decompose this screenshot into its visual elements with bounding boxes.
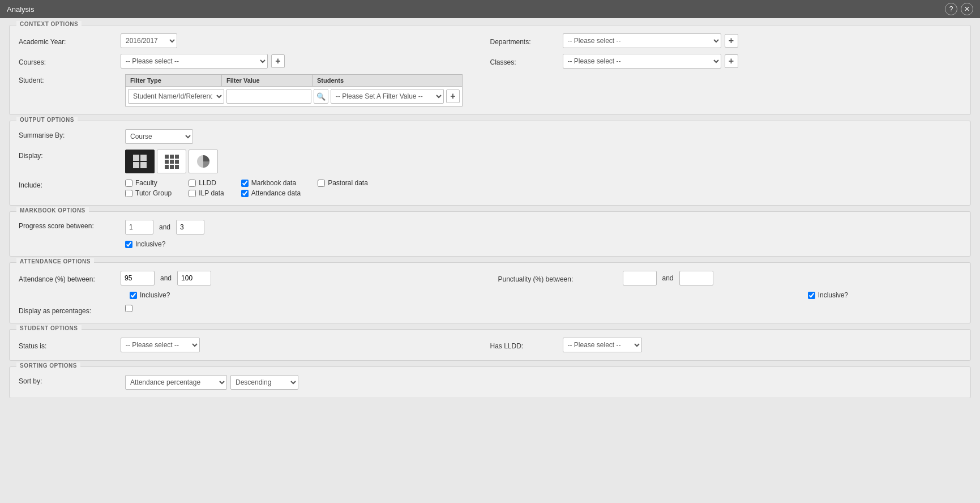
punctuality-from[interactable] [623,271,657,285]
progress-and-label: and [157,223,173,231]
classes-controls: -- Please select -- + [563,54,962,69]
svg-rect-5 [170,155,174,159]
attendance-between-row: Attendance (%) between: and Punctuality … [19,271,961,285]
progress-score-from[interactable] [125,220,153,235]
include-checkboxes: Faculty Tutor Group LLDD [125,179,385,197]
departments-select[interactable]: -- Please select -- [563,33,721,48]
window: Analysis ? ✕ CONTEXT OPTIONS Academic Ye… [0,0,980,503]
status-label: Status is: [19,340,121,350]
sort-order-select[interactable]: Descending Ascending [230,375,298,390]
courses-controls: -- Please select -- + [121,54,490,69]
summarise-by-select[interactable]: Course Class Department [125,129,193,144]
faculty-checkbox[interactable] [125,180,132,187]
table-icon [132,154,148,169]
attendance-data-checkbox-item: Attendance data [241,189,301,197]
attendance-from[interactable] [121,271,155,285]
attendance-controls: and [121,271,482,285]
courses-classes-row: Courses: -- Please select -- + Classes: … [19,54,961,69]
student-table-header: Filter Type Filter Value Students [126,75,462,87]
courses-label: Courses: [19,56,121,66]
student-add-button[interactable]: + [446,89,460,103]
faculty-checkbox-item: Faculty [125,179,172,187]
filter-value-input[interactable] [226,89,311,104]
include-col-1: Faculty Tutor Group [125,179,172,197]
svg-rect-12 [175,165,179,169]
academic-year-departments-row: Academic Year: 2016/2017 2015/2016 2014/… [19,33,961,48]
tutor-group-checkbox[interactable] [125,190,132,197]
filter-type-header: Filter Type [126,75,222,86]
attendance-to[interactable] [177,271,211,285]
grid-display-button[interactable] [157,150,186,173]
departments-add-button[interactable]: + [725,34,738,48]
close-button[interactable]: ✕ [961,3,973,15]
academic-year-select[interactable]: 2016/2017 2015/2016 2014/2015 [121,33,177,48]
svg-rect-4 [165,155,169,159]
svg-rect-1 [140,155,147,161]
output-options-section: OUTPUT OPTIONS Summarise By: Course Clas… [9,121,971,206]
svg-rect-8 [170,160,174,164]
summarise-by-controls: Course Class Department [125,129,961,144]
progress-score-to[interactable] [176,220,204,235]
include-label: Include: [19,179,121,189]
classes-add-button[interactable]: + [725,54,738,68]
display-row: Display: [19,150,961,173]
markbook-inclusive-row: Inclusive? [125,240,961,248]
markbook-data-checkbox-item: Markbook data [241,179,301,187]
markbook-inclusive-item: Inclusive? [125,240,165,248]
output-options-title: OUTPUT OPTIONS [16,117,78,123]
display-percentages-checkbox[interactable] [125,305,132,312]
student-table-body: Student Name/Id/Reference Year Group Cla… [126,87,462,106]
status-select[interactable]: -- Please select -- [121,338,200,352]
punctuality-to[interactable] [679,271,713,285]
include-col-4: Pastoral data [318,179,368,197]
departments-controls: -- Please select -- + [563,33,962,48]
attendance-data-checkbox[interactable] [241,190,249,197]
student-row: Student: Filter Type Filter Value Studen… [19,74,961,106]
display-percentages-row: Display as percentages: [19,305,961,315]
ilp-data-checkbox-item: ILP data [189,189,224,197]
attendance-inclusive-item: Inclusive? [130,291,808,299]
academic-year-col: Academic Year: 2016/2017 2015/2016 2014/… [19,33,490,48]
has-lldd-select[interactable]: -- Please select -- [563,338,642,352]
sort-by-select[interactable]: Attendance percentage Name Course [125,375,227,390]
attendance-and-label: and [158,274,174,282]
tutor-group-label: Tutor Group [135,189,172,197]
courses-add-button[interactable]: + [271,54,285,68]
pastoral-data-checkbox[interactable] [318,180,325,187]
sorting-options-title: SORTING OPTIONS [16,363,80,369]
content-area: CONTEXT OPTIONS Academic Year: 2016/2017… [0,18,980,405]
classes-select[interactable]: -- Please select -- [563,54,721,69]
sorting-options-section: SORTING OPTIONS Sort by: Attendance perc… [9,366,971,398]
svg-rect-10 [165,165,169,169]
markbook-data-checkbox[interactable] [241,180,249,187]
attendance-left: Attendance (%) between: and [19,271,482,285]
punctuality-inclusive-checkbox[interactable] [808,292,815,299]
lldd-checkbox[interactable] [189,180,196,187]
student-options-title: STUDENT OPTIONS [16,325,82,331]
filter-type-select[interactable]: Student Name/Id/Reference Year Group Cla… [128,89,224,104]
attendance-data-label: Attendance data [251,189,301,197]
svg-rect-2 [133,162,139,168]
chart-display-button[interactable] [189,150,218,173]
student-table: Filter Type Filter Value Students Studen… [125,74,463,106]
svg-rect-6 [175,155,179,159]
markbook-inclusive-checkbox[interactable] [125,241,132,248]
svg-rect-9 [175,160,179,164]
students-select[interactable]: -- Please Set A Filter Value -- [331,89,444,104]
search-button[interactable]: 🔍 [314,89,328,104]
include-row: Include: Faculty Tutor Group [19,179,961,197]
departments-col: Departments: -- Please select -- + [490,33,962,48]
attendance-inclusive-checkbox[interactable] [130,292,137,299]
courses-select[interactable]: -- Please select -- [121,54,268,69]
student-filter-table: Filter Type Filter Value Students Studen… [125,74,463,106]
display-percentages-label: Display as percentages: [19,305,121,315]
help-button[interactable]: ? [945,3,957,15]
ilp-data-checkbox[interactable] [189,190,196,197]
sort-by-controls: Attendance percentage Name Course Descen… [125,375,961,390]
table-display-button[interactable] [125,150,155,173]
tutor-group-checkbox-item: Tutor Group [125,189,172,197]
sort-by-row: Sort by: Attendance percentage Name Cour… [19,375,961,390]
faculty-label: Faculty [135,179,157,187]
punctuality-inclusive-label: Inclusive? [818,291,848,299]
sort-by-label: Sort by: [19,375,121,385]
